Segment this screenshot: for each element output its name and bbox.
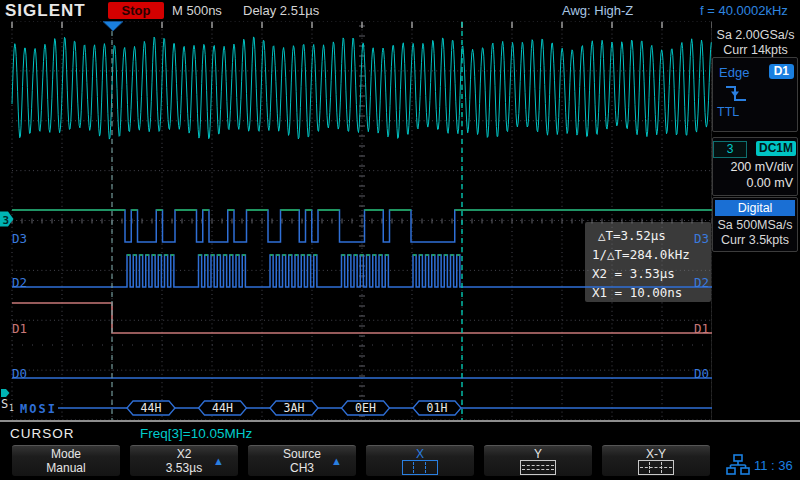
ch3-analog-trace (12, 37, 711, 139)
bus-name-label: MOSI (20, 402, 57, 416)
network-status-icon (726, 454, 750, 476)
oscilloscope-screen: 44H44H3AH0EH01HMOSIS1△T=3.52µs1/△T=284.0… (0, 0, 800, 480)
channel3-offset: 0.00 mV (746, 176, 793, 190)
d3-label-right: D3 (694, 231, 709, 246)
d3-label-left: D3 (12, 231, 27, 246)
trigger-position-marker[interactable] (103, 22, 123, 32)
trigger-frequency-readout: f = 40.0002kHz (700, 3, 788, 18)
analog-sample-rate: Sa 2.00GSa/s (712, 28, 799, 43)
digital-sample-rate: Sa 500MSa/s (713, 218, 797, 232)
cursor-readout-line: 1/△T=284.0kHz (592, 247, 690, 262)
y-cursors-button-label: Y (484, 447, 592, 461)
digital-banner[interactable]: Digital (715, 200, 795, 216)
x-cursors-button-label: X (366, 447, 474, 461)
trigger-type-label: Edge (719, 65, 749, 80)
bus-id-label: S (1, 397, 8, 411)
d2-label-left: D2 (12, 275, 27, 290)
xy-cursors-button-label: X-Y (602, 447, 710, 461)
trigger-panel: Edge D1 TTL (712, 57, 798, 132)
bus-frame-value: 01H (427, 401, 448, 415)
awg-status: Awg: High-Z (562, 3, 633, 18)
mode-button[interactable]: Mode Manual (12, 445, 120, 476)
source-button[interactable]: Source CH3 ▲ (248, 445, 356, 476)
cursor-readout-line: △T=3.52µs (598, 228, 666, 243)
svg-text:1: 1 (9, 404, 14, 413)
y-cursors-button[interactable]: Y (484, 445, 592, 476)
bus-frame-value: 44H (212, 401, 233, 415)
run-state-badge[interactable]: Stop (108, 2, 164, 19)
clock-display: 11 : 36 (754, 458, 793, 473)
digital-panel: Digital Sa 500MSa/s Curr 3.5kpts (712, 197, 798, 252)
right-info-sidebar: Sa 2.00GSa/s Curr 14kpts Edge D1 TTL 3 D… (712, 21, 800, 420)
timebase-readout: M 500ns (172, 3, 222, 18)
analog-acquisition-info: Sa 2.00GSa/s Curr 14kpts (712, 28, 799, 58)
bus-position-tag (1, 389, 10, 397)
analog-mem-depth: Curr 14kpts (712, 43, 799, 58)
bus-frame-value: 44H (141, 401, 162, 415)
channel3-number-box[interactable]: 3 (713, 141, 747, 158)
x-cursors-icon (402, 460, 438, 475)
mode-button-value: Manual (12, 461, 120, 475)
falling-edge-icon (723, 83, 749, 105)
channel3-coupling-badge[interactable]: DC1M (756, 141, 796, 156)
up-arrow-icon: ▲ (213, 455, 224, 467)
d0-label-right: D0 (694, 366, 709, 381)
trigger-level-label: TTL (717, 105, 739, 119)
menu-title: CURSOR (10, 426, 75, 441)
x-cursors-button[interactable]: X (366, 445, 474, 476)
cursor-readout-line: X1 = 10.00ns (592, 285, 682, 300)
ch3-tag-number: 3 (3, 214, 10, 227)
d1-label-right: D1 (694, 321, 709, 336)
bus-frame-value: 3AH (284, 401, 305, 415)
x2-button[interactable]: X2 3.53µs ▲ (130, 445, 238, 476)
serial-bus-decode: 44H44H3AH0EH01HMOSIS1 (1, 389, 712, 416)
brand-logo: SIGLENT (5, 1, 86, 21)
waveform-display: 44H44H3AH0EH01HMOSIS1△T=3.52µs1/△T=284.0… (0, 0, 800, 480)
up-arrow-icon: ▲ (331, 455, 342, 467)
y-cursors-icon (520, 460, 556, 475)
channel3-scale: 200 mV/div (730, 160, 793, 174)
d2-label-right: D2 (694, 275, 709, 290)
trigger-source-badge[interactable]: D1 (769, 64, 794, 79)
d1-label-left: D1 (12, 321, 27, 336)
d0-label-left: D0 (12, 366, 27, 381)
top-status-bar: SIGLENT Stop M 500ns Delay 2.51µs Awg: H… (0, 0, 800, 21)
cursor-readout-line: X2 = 3.53µs (592, 266, 675, 281)
bottom-menu-bar: CURSOR Freq[3]=10.05MHz Mode Manual X2 3… (0, 420, 800, 480)
bus-frame-value: 0EH (355, 401, 376, 415)
digital-mem-depth: Curr 3.5kpts (713, 233, 797, 247)
xy-cursors-icon (638, 460, 674, 475)
channel3-panel: 3 DC1M 200 mV/div 0.00 mV (712, 137, 798, 196)
mode-button-label: Mode (12, 447, 120, 461)
delay-readout: Delay 2.51µs (243, 3, 319, 18)
xy-cursors-button[interactable]: X-Y (602, 445, 710, 476)
frequency-measurement: Freq[3]=10.05MHz (140, 426, 252, 441)
